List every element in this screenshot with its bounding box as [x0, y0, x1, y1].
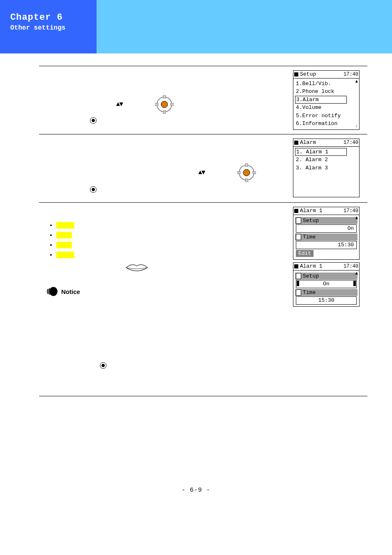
section-time: Time [295, 289, 357, 296]
svg-point-7 [243, 169, 250, 176]
svg-rect-4 [155, 103, 158, 106]
svg-rect-3 [163, 111, 166, 114]
clock-icon [296, 234, 301, 240]
svg-rect-11 [253, 171, 256, 174]
screen-title: Alarm 1 [300, 207, 342, 215]
section-label: Setup [303, 273, 319, 280]
menu-item-selected[interactable]: 3.Alarm [295, 96, 347, 104]
list-item [56, 231, 290, 239]
scroll-down-icon: ↓ [355, 301, 358, 305]
edit-softkey[interactable]: Edit [296, 250, 314, 257]
notice-block: Notice [46, 287, 290, 296]
menu-item[interactable]: 6.Information [295, 120, 357, 128]
screen-alarm-list: Alarm 17:40 1. Alarm 1 2. Alarm 2 3. Ala… [293, 139, 360, 197]
list-item [56, 251, 290, 259]
left-arrow-icon [297, 281, 299, 286]
section-setup: Setup [295, 273, 357, 280]
menu-item[interactable]: 4.Volume [295, 104, 357, 112]
chapter-subtitle: Other settings [10, 24, 92, 32]
step-instructions: Notice [39, 203, 293, 396]
section-label: Time [303, 289, 316, 296]
center-button-icon [90, 117, 97, 124]
svg-rect-10 [237, 171, 240, 174]
signal-icon [294, 209, 298, 213]
screen-title: Setup [300, 71, 342, 78]
setup-value: On [323, 280, 330, 288]
scroll-up-icon: ▲ [355, 216, 358, 220]
step-row: Notice Alarm 1 17:40 ▲ Setup [39, 203, 367, 396]
scroll-up-icon: ▲ [355, 271, 358, 276]
section-setup: Setup [295, 217, 357, 224]
svg-rect-2 [163, 95, 166, 98]
screen-title: Alarm [300, 139, 342, 146]
notice-label: Notice [61, 288, 80, 295]
section-time: Time [295, 234, 357, 241]
notice-icon [46, 287, 58, 296]
right-arrow-icon [353, 281, 356, 286]
screen-alarm-detail: Alarm 1 17:40 ▲ Setup On Time 15:30 Ed [293, 207, 360, 260]
section-label: Time [303, 234, 316, 241]
header-accent [97, 0, 392, 53]
bullet-list [56, 222, 290, 259]
svg-rect-9 [245, 179, 248, 182]
svg-point-12 [49, 287, 58, 296]
highlight-blank [56, 232, 72, 238]
screen-alarm-edit: Alarm 1 17:40 ▲ Setup On [293, 262, 360, 307]
list-item [56, 241, 290, 249]
highlight-blank [56, 242, 72, 248]
svg-rect-5 [171, 103, 174, 106]
time-value: 15:30 [296, 241, 357, 249]
screen-title: Alarm 1 [300, 263, 342, 270]
highlight-blank [56, 252, 74, 258]
clock-icon [296, 289, 301, 296]
menu-item[interactable]: 5.Error notify [295, 112, 357, 120]
page-number: - 6-9 - [0, 487, 392, 494]
menu-item-selected[interactable]: 1. Alarm 1 [295, 148, 347, 156]
clock: 17:40 [344, 71, 358, 78]
lips-icon [125, 262, 149, 274]
screen-setup-menu: Setup 17:40 ▲ 1.Bell/Vib. 2.Phone lock 3… [293, 70, 360, 130]
menu-item[interactable]: 3. Alarm 3 [295, 164, 357, 172]
signal-icon [294, 72, 298, 76]
signal-icon [294, 264, 298, 268]
menu-item[interactable]: 2. Alarm 2 [295, 156, 357, 164]
chapter-title: Chapter 6 [10, 12, 92, 23]
joystick-icon [237, 163, 256, 182]
clock: 17:40 [344, 263, 358, 270]
clock: 17:40 [344, 208, 358, 214]
signal-icon [294, 141, 298, 145]
scroll-up-icon: ▲ [355, 79, 358, 84]
scroll-down-icon: ↓ [355, 124, 358, 128]
bell-icon [296, 217, 301, 224]
step-instructions: ▲▼ [39, 66, 293, 134]
time-value[interactable]: 15:30 [296, 296, 357, 305]
list-item [56, 222, 290, 229]
svg-rect-8 [245, 163, 248, 166]
setup-value-selector[interactable]: On [296, 280, 357, 288]
section-label: Setup [303, 217, 319, 224]
center-button-icon [100, 362, 106, 369]
setup-value: On [296, 224, 357, 233]
menu-item[interactable]: 2.Phone lock [295, 88, 357, 96]
highlight-blank [56, 222, 74, 229]
joystick-icon [155, 95, 174, 114]
clock: 17:40 [344, 139, 358, 146]
step-instructions: ▲▼ [39, 134, 293, 202]
svg-point-1 [161, 101, 168, 108]
steps-table: ▲▼ [39, 66, 367, 396]
step-row: ▲▼ [39, 66, 367, 134]
bell-icon [296, 273, 301, 279]
step-row: ▲▼ [39, 134, 367, 203]
updown-arrows-icon: ▲▼ [198, 169, 205, 176]
chapter-block: Chapter 6 Other settings [0, 0, 97, 53]
center-button-icon [90, 186, 97, 193]
updown-arrows-icon: ▲▼ [116, 101, 122, 108]
menu-item[interactable]: 1.Bell/Vib. [295, 80, 357, 88]
page-header: Chapter 6 Other settings [0, 0, 392, 53]
